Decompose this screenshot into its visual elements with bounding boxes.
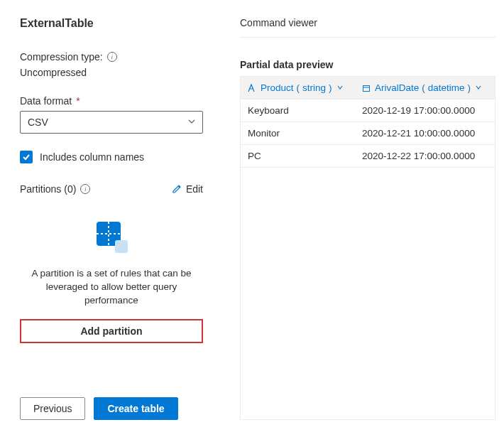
edit-partitions-link[interactable]: Edit <box>172 183 203 195</box>
table-row[interactable]: Monitor 2020-12-21 10:00:00.0000 <box>241 122 495 145</box>
table-row[interactable]: PC 2020-12-22 17:00:00.0000 <box>241 145 495 168</box>
previous-button[interactable]: Previous <box>20 397 85 420</box>
chevron-down-icon <box>336 82 344 93</box>
compression-label-text: Compression type: <box>20 51 103 63</box>
col1-name: ArivalDate <box>375 82 419 93</box>
col0-name: Product <box>261 82 294 93</box>
info-icon[interactable]: i <box>80 184 90 194</box>
add-partition-button[interactable]: Add partition <box>20 319 203 343</box>
col0-type-open: ( <box>297 82 300 93</box>
col1-type-close: ) <box>468 82 471 93</box>
svg-rect-4 <box>363 85 370 91</box>
cell-product: PC <box>241 145 355 168</box>
col1-type: datetime <box>428 82 465 93</box>
check-icon <box>22 153 31 161</box>
chevron-down-icon <box>475 82 482 93</box>
data-format-label: Data format * <box>20 95 214 107</box>
cell-arivaldate: 2020-12-22 17:00:00.0000 <box>355 145 495 168</box>
pencil-icon <box>172 184 182 194</box>
page-title: ExternalTable <box>20 17 214 30</box>
cell-arivaldate: 2020-12-19 17:00:00.0000 <box>355 99 495 122</box>
partitions-label: Partitions (0) i <box>20 183 90 195</box>
preview-title: Partial data preview <box>240 59 495 70</box>
partition-illustration-icon <box>94 219 129 254</box>
required-mark: * <box>76 95 80 107</box>
col0-type: string <box>302 82 326 93</box>
table-row[interactable]: Keyboard 2020-12-19 17:00:00.0000 <box>241 99 495 122</box>
col0-type-close: ) <box>329 82 332 93</box>
datatype-icon <box>362 84 371 92</box>
edit-label: Edit <box>186 183 203 195</box>
column-header-product[interactable]: Product (string) <box>241 77 355 99</box>
compression-label: Compression type: i <box>20 51 214 63</box>
column-header-arivaldate[interactable]: ArivalDate (datetime) <box>355 77 495 99</box>
partition-description: A partition is a set of rules that can b… <box>20 267 203 308</box>
cell-product: Monitor <box>241 122 355 145</box>
command-viewer-header[interactable]: Command viewer <box>240 17 495 38</box>
col1-type-open: ( <box>422 82 425 93</box>
includes-column-names-label: Includes column names <box>40 151 144 163</box>
data-format-value: CSV <box>28 117 48 128</box>
svg-rect-3 <box>115 240 128 253</box>
create-table-button[interactable]: Create table <box>94 397 177 420</box>
info-icon[interactable]: i <box>107 52 117 62</box>
partitions-label-text: Partitions (0) <box>20 183 76 195</box>
includes-column-names-checkbox[interactable] <box>20 151 33 163</box>
cell-arivaldate: 2020-12-21 10:00:00.0000 <box>355 122 495 145</box>
cell-product: Keyboard <box>241 99 355 122</box>
datatype-icon <box>248 84 256 92</box>
compression-value: Uncompressed <box>20 67 214 78</box>
data-format-label-text: Data format <box>20 95 72 107</box>
data-format-select[interactable]: CSV <box>20 111 203 134</box>
data-preview-table: Product (string) ArivalDate <box>240 76 495 420</box>
